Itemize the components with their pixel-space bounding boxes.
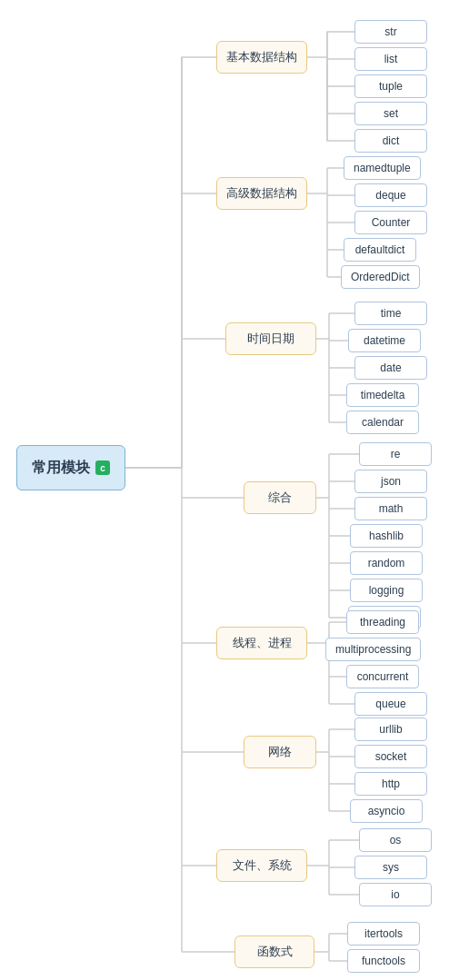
leaf-random: random — [350, 551, 423, 575]
leaf-socket: socket — [354, 745, 427, 768]
leaf-counter: Counter — [354, 211, 427, 234]
leaf-os: os — [359, 828, 432, 852]
category-thread: 线程、进程 — [216, 627, 307, 659]
leaf-queue: queue — [354, 692, 427, 716]
leaf-dict: dict — [354, 129, 427, 153]
category-basic: 基本数据结构 — [216, 41, 307, 74]
leaf-io: io — [359, 883, 432, 906]
leaf-time: time — [354, 302, 427, 325]
leaf-timedelta: timedelta — [346, 383, 419, 407]
leaf-date: date — [354, 356, 427, 380]
root-icon — [95, 460, 110, 475]
leaf-namedtuple: namedtuple — [344, 156, 421, 180]
leaf-logging: logging — [350, 579, 423, 602]
leaf-hashlib: hashlib — [350, 524, 423, 548]
leaf-threading: threading — [346, 610, 419, 634]
category-func: 函数式 — [234, 935, 314, 968]
leaf-calendar: calendar — [346, 411, 419, 434]
leaf-datetime: datetime — [348, 329, 421, 352]
category-time: 时间日期 — [225, 322, 316, 355]
leaf-http: http — [354, 772, 427, 796]
leaf-json: json — [354, 470, 427, 493]
leaf-list: list — [354, 47, 427, 71]
category-misc: 综合 — [244, 481, 316, 514]
leaf-multiprocessing: multiprocessing — [325, 638, 421, 661]
leaf-tuple: tuple — [354, 74, 427, 98]
root-node: 常用模块 — [16, 445, 125, 490]
leaf-itertools: itertools — [347, 922, 420, 945]
leaf-asyncio: asyncio — [350, 799, 423, 823]
leaf-defaultdict: defaultdict — [344, 238, 416, 262]
root-label: 常用模块 — [32, 459, 90, 478]
leaf-urllib: urllib — [354, 718, 427, 741]
leaf-sys: sys — [354, 856, 427, 879]
category-network: 网络 — [244, 736, 316, 768]
category-advanced: 高级数据结构 — [216, 177, 307, 210]
leaf-str: str — [354, 20, 427, 44]
leaf-deque: deque — [354, 183, 427, 207]
leaf-re: re — [359, 442, 432, 466]
mind-map: 常用模块 基本数据结构 str list tuple set dict 高级数据… — [0, 0, 469, 980]
leaf-set: set — [354, 102, 427, 125]
category-file: 文件、系统 — [216, 849, 307, 882]
leaf-functools: functools — [347, 949, 420, 973]
leaf-concurrent: concurrent — [346, 665, 419, 688]
leaf-math: math — [354, 497, 427, 520]
leaf-ordereddict: OrderedDict — [341, 265, 420, 289]
